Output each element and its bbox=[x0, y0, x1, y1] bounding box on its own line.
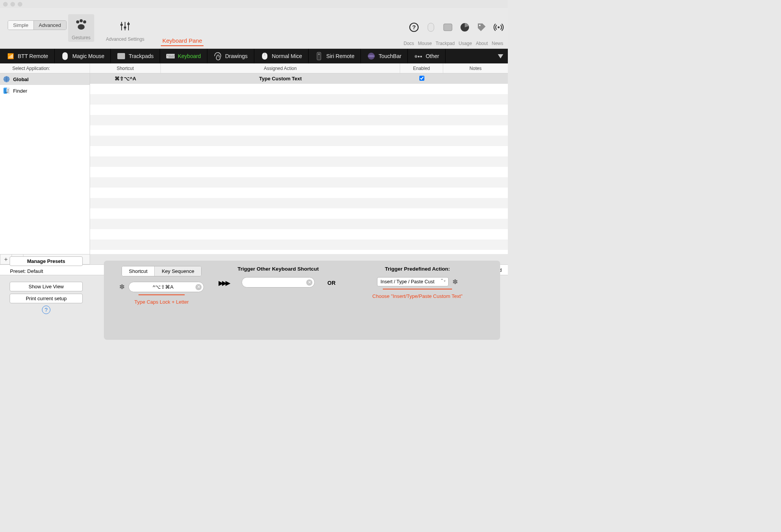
mouse-icon[interactable] bbox=[426, 22, 436, 33]
table-row[interactable] bbox=[90, 167, 508, 177]
trigger-other-input[interactable] bbox=[242, 277, 315, 288]
svg-rect-25 bbox=[169, 57, 174, 57]
paw-icon bbox=[73, 17, 89, 33]
toolbar-advanced-settings[interactable]: Advanced Settings bbox=[106, 18, 144, 42]
app-item-finder[interactable]: Finder bbox=[0, 85, 90, 96]
table-row[interactable] bbox=[90, 84, 508, 94]
seg-keysequence-button[interactable]: Key Sequence bbox=[154, 266, 201, 276]
traffic-close-icon[interactable] bbox=[3, 2, 8, 7]
svg-point-35 bbox=[5, 90, 5, 90]
show-live-view-button[interactable]: Show Live View bbox=[10, 282, 83, 291]
enabled-checkbox[interactable] bbox=[419, 76, 424, 81]
manage-presets-button[interactable]: Manage Presets bbox=[10, 256, 83, 266]
table-row[interactable] bbox=[90, 208, 508, 219]
table-row[interactable] bbox=[90, 239, 508, 250]
cell-enabled bbox=[400, 76, 443, 82]
shortcut-table[interactable]: ⌘⇧⌥^A Type Custom Text bbox=[90, 73, 508, 254]
trackpad-icon[interactable] bbox=[442, 22, 453, 33]
config-panel: Shortcut Key Sequence ✽ ✕ Type Caps Lock… bbox=[104, 261, 500, 340]
tabs-overflow-button[interactable] bbox=[493, 49, 508, 63]
mode-simple-button[interactable]: Simple bbox=[8, 21, 33, 30]
table-row[interactable] bbox=[90, 115, 508, 125]
shortcut-input[interactable] bbox=[128, 282, 204, 292]
device-tabs: 📶BTT Remote Magic Mouse Trackpads Keyboa… bbox=[0, 49, 508, 63]
predefined-gear-icon[interactable]: ✽ bbox=[452, 278, 458, 286]
svg-rect-22 bbox=[170, 55, 171, 56]
tab-siri-remote[interactable]: Siri Remote bbox=[309, 49, 361, 63]
table-row[interactable] bbox=[90, 198, 508, 208]
tab-magic-mouse[interactable]: Magic Mouse bbox=[55, 49, 111, 63]
svg-rect-20 bbox=[167, 55, 168, 56]
preset-line: Preset: Default bbox=[10, 268, 85, 274]
app-item-global[interactable]: Global bbox=[0, 73, 90, 85]
table-row[interactable] bbox=[90, 188, 508, 198]
arrows-icon: ▶▶▶ bbox=[219, 279, 229, 287]
tab-normal-mice[interactable]: Normal Mice bbox=[254, 49, 309, 63]
tag-icon[interactable] bbox=[476, 22, 487, 33]
column-headers: Select Application: Shortcut Assigned Ac… bbox=[0, 63, 508, 73]
dots-icon: ⊗●● bbox=[414, 52, 422, 60]
col-shortcut[interactable]: Shortcut bbox=[90, 63, 161, 73]
help-icon[interactable]: ? bbox=[409, 22, 419, 33]
table-row[interactable] bbox=[90, 94, 508, 105]
wifi-icon: 📶 bbox=[6, 52, 15, 60]
table-row[interactable] bbox=[90, 136, 508, 146]
left-controls: Manage Presets Preset: Default Show Live… bbox=[8, 256, 85, 314]
tab-keyboard[interactable]: Keyboard bbox=[160, 49, 207, 63]
table-row[interactable]: ⌘⇧⌥^A Type Custom Text bbox=[90, 73, 508, 84]
table-row[interactable] bbox=[90, 219, 508, 229]
table-row[interactable] bbox=[90, 146, 508, 156]
rl-docs[interactable]: Docs bbox=[404, 41, 414, 46]
broadcast-icon[interactable] bbox=[493, 22, 504, 33]
clear-shortcut-button[interactable]: ✕ bbox=[195, 284, 202, 290]
finder-icon bbox=[3, 87, 10, 94]
table-row[interactable] bbox=[90, 105, 508, 115]
annotation-caption: Type Caps Lock + Letter bbox=[134, 299, 189, 305]
print-setup-button[interactable]: Print current setup bbox=[10, 294, 83, 303]
tab-btt-remote[interactable]: 📶BTT Remote bbox=[0, 49, 55, 63]
rl-usage[interactable]: Usage bbox=[459, 41, 472, 46]
svg-point-16 bbox=[498, 27, 500, 28]
trigger-predefined-label: Trigger Predefined Action: bbox=[385, 266, 450, 272]
app-item-label: Finder bbox=[13, 88, 27, 94]
col-enabled[interactable]: Enabled bbox=[400, 63, 443, 73]
tab-drawings[interactable]: Drawings bbox=[207, 49, 254, 63]
tab-touchbar[interactable]: TouchBar bbox=[361, 49, 408, 63]
help-circle-button[interactable]: ? bbox=[42, 306, 50, 314]
rl-mouse[interactable]: Mouse bbox=[418, 41, 432, 46]
col-notes[interactable]: Notes bbox=[443, 63, 508, 73]
svg-point-1 bbox=[80, 19, 83, 22]
shortcut-gear-icon[interactable]: ✽ bbox=[119, 283, 125, 291]
toolbar-gestures[interactable]: Gestures bbox=[68, 14, 95, 42]
mode-segmented: Simple Advanced bbox=[8, 20, 67, 30]
svg-rect-19 bbox=[166, 54, 175, 58]
tab-other[interactable]: ⊗●●Other bbox=[408, 49, 446, 63]
svg-point-0 bbox=[76, 20, 79, 23]
traffic-min-icon[interactable] bbox=[10, 2, 15, 7]
col-app: Select Application: bbox=[0, 63, 90, 73]
svg-rect-21 bbox=[169, 55, 170, 56]
svg-rect-12 bbox=[428, 23, 434, 32]
table-row[interactable] bbox=[90, 177, 508, 188]
mode-advanced-button[interactable]: Advanced bbox=[33, 21, 66, 30]
table-row[interactable] bbox=[90, 156, 508, 167]
table-row[interactable] bbox=[90, 229, 508, 239]
svg-rect-24 bbox=[174, 55, 174, 56]
table-row[interactable] bbox=[90, 125, 508, 136]
svg-point-31 bbox=[368, 55, 375, 57]
piechart-icon[interactable] bbox=[459, 22, 470, 33]
seg-shortcut-button[interactable]: Shortcut bbox=[122, 266, 154, 276]
traffic-zoom-icon[interactable] bbox=[18, 2, 22, 7]
rl-about[interactable]: About bbox=[476, 41, 488, 46]
svg-point-15 bbox=[479, 25, 481, 26]
rl-trackpad[interactable]: Trackpad bbox=[436, 41, 455, 46]
shortcut-input-wrap: ✕ bbox=[128, 282, 204, 292]
tab-trackpads[interactable]: Trackpads bbox=[111, 49, 160, 63]
predefined-action-select[interactable]: Insert / Type / Paste Cust bbox=[377, 277, 449, 286]
svg-rect-23 bbox=[172, 55, 173, 56]
col-action[interactable]: Assigned Action bbox=[161, 63, 400, 73]
rl-news[interactable]: News bbox=[492, 41, 503, 46]
svg-rect-13 bbox=[444, 24, 452, 31]
window-titlebar bbox=[0, 0, 508, 8]
clear-trigger-button[interactable]: ✕ bbox=[306, 279, 312, 286]
